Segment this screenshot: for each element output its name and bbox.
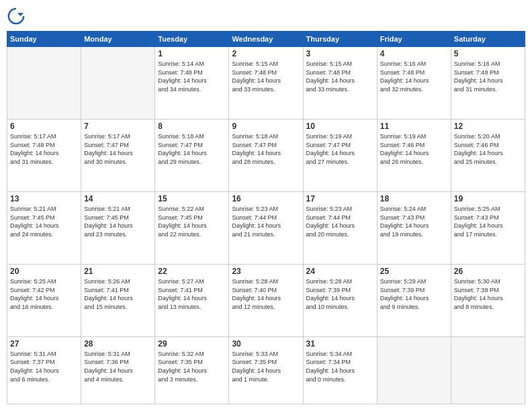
header (7, 7, 525, 26)
day-number: 8 (158, 122, 226, 131)
day-number: 15 (158, 194, 226, 203)
day-info: Sunrise: 5:23 AM Sunset: 7:44 PM Dayligh… (306, 205, 374, 238)
calendar-cell: 17Sunrise: 5:23 AM Sunset: 7:44 PM Dayli… (303, 191, 377, 264)
weekday-header-friday: Friday (377, 32, 451, 47)
calendar-cell: 19Sunrise: 5:25 AM Sunset: 7:43 PM Dayli… (451, 191, 525, 264)
calendar-cell: 2Sunrise: 5:15 AM Sunset: 7:48 PM Daylig… (229, 47, 303, 120)
day-number: 16 (232, 194, 300, 203)
day-info: Sunrise: 5:17 AM Sunset: 7:47 PM Dayligh… (84, 132, 152, 166)
day-number: 27 (10, 339, 78, 349)
day-info: Sunrise: 5:18 AM Sunset: 7:47 PM Dayligh… (232, 132, 300, 166)
day-info: Sunrise: 5:30 AM Sunset: 7:38 PM Dayligh… (454, 277, 522, 311)
day-number: 6 (10, 122, 78, 131)
calendar-cell: 20Sunrise: 5:25 AM Sunset: 7:42 PM Dayli… (7, 264, 81, 336)
day-info: Sunrise: 5:15 AM Sunset: 7:48 PM Dayligh… (306, 60, 374, 93)
calendar-week-5: 27Sunrise: 5:31 AM Sunset: 7:37 PM Dayli… (7, 336, 525, 404)
day-info: Sunrise: 5:18 AM Sunset: 7:47 PM Dayligh… (158, 132, 226, 166)
calendar-cell: 26Sunrise: 5:30 AM Sunset: 7:38 PM Dayli… (451, 264, 525, 336)
day-info: Sunrise: 5:20 AM Sunset: 7:46 PM Dayligh… (454, 132, 522, 166)
day-number: 13 (10, 194, 78, 203)
calendar-cell: 23Sunrise: 5:28 AM Sunset: 7:40 PM Dayli… (229, 264, 303, 336)
calendar-cell: 28Sunrise: 5:31 AM Sunset: 7:36 PM Dayli… (81, 336, 155, 404)
day-number: 11 (380, 122, 448, 131)
calendar-cell (451, 336, 525, 404)
day-info: Sunrise: 5:23 AM Sunset: 7:44 PM Dayligh… (232, 205, 300, 238)
day-info: Sunrise: 5:25 AM Sunset: 7:43 PM Dayligh… (454, 205, 522, 238)
day-number: 23 (232, 267, 300, 276)
day-number: 24 (306, 267, 374, 276)
day-info: Sunrise: 5:31 AM Sunset: 7:36 PM Dayligh… (84, 350, 152, 383)
calendar-cell: 22Sunrise: 5:27 AM Sunset: 7:41 PM Dayli… (155, 264, 229, 336)
logo (7, 7, 28, 26)
day-info: Sunrise: 5:24 AM Sunset: 7:43 PM Dayligh… (380, 205, 448, 238)
calendar-week-2: 6Sunrise: 5:17 AM Sunset: 7:48 PM Daylig… (7, 119, 525, 191)
calendar-cell: 8Sunrise: 5:18 AM Sunset: 7:47 PM Daylig… (155, 119, 229, 191)
day-number: 25 (380, 267, 448, 276)
day-number: 5 (454, 49, 522, 58)
calendar-cell: 6Sunrise: 5:17 AM Sunset: 7:48 PM Daylig… (7, 119, 81, 191)
day-number: 3 (306, 49, 374, 58)
calendar-cell: 24Sunrise: 5:28 AM Sunset: 7:39 PM Dayli… (303, 264, 377, 336)
weekday-header-monday: Monday (81, 32, 155, 47)
day-number: 26 (454, 267, 522, 276)
day-number: 17 (306, 194, 374, 203)
calendar-cell: 1Sunrise: 5:14 AM Sunset: 7:48 PM Daylig… (155, 47, 229, 120)
calendar-week-3: 13Sunrise: 5:21 AM Sunset: 7:45 PM Dayli… (7, 191, 525, 264)
day-info: Sunrise: 5:21 AM Sunset: 7:45 PM Dayligh… (84, 205, 152, 238)
weekday-header-saturday: Saturday (451, 32, 525, 47)
calendar-cell: 7Sunrise: 5:17 AM Sunset: 7:47 PM Daylig… (81, 119, 155, 191)
weekday-header-sunday: Sunday (7, 32, 81, 47)
day-info: Sunrise: 5:19 AM Sunset: 7:46 PM Dayligh… (380, 132, 448, 166)
calendar-cell: 4Sunrise: 5:16 AM Sunset: 7:48 PM Daylig… (377, 47, 451, 120)
day-number: 9 (232, 122, 300, 131)
day-number: 29 (158, 339, 226, 349)
calendar-week-4: 20Sunrise: 5:25 AM Sunset: 7:42 PM Dayli… (7, 264, 525, 336)
day-number: 7 (84, 122, 152, 131)
calendar-cell: 29Sunrise: 5:32 AM Sunset: 7:35 PM Dayli… (155, 336, 229, 404)
day-info: Sunrise: 5:33 AM Sunset: 7:35 PM Dayligh… (232, 350, 300, 383)
calendar-cell: 18Sunrise: 5:24 AM Sunset: 7:43 PM Dayli… (377, 191, 451, 264)
day-number: 28 (84, 339, 152, 349)
day-info: Sunrise: 5:27 AM Sunset: 7:41 PM Dayligh… (158, 277, 226, 311)
day-number: 10 (306, 122, 374, 131)
calendar-cell: 12Sunrise: 5:20 AM Sunset: 7:46 PM Dayli… (451, 119, 525, 191)
calendar-cell: 3Sunrise: 5:15 AM Sunset: 7:48 PM Daylig… (303, 47, 377, 120)
calendar-table: SundayMondayTuesdayWednesdayThursdayFrid… (7, 31, 525, 404)
day-number: 20 (10, 267, 78, 276)
calendar-cell: 14Sunrise: 5:21 AM Sunset: 7:45 PM Dayli… (81, 191, 155, 264)
weekday-header-row: SundayMondayTuesdayWednesdayThursdayFrid… (7, 32, 525, 47)
weekday-header-wednesday: Wednesday (229, 32, 303, 47)
calendar-cell (7, 47, 81, 120)
day-info: Sunrise: 5:21 AM Sunset: 7:45 PM Dayligh… (10, 205, 78, 238)
day-info: Sunrise: 5:34 AM Sunset: 7:34 PM Dayligh… (306, 350, 374, 383)
weekday-header-thursday: Thursday (303, 32, 377, 47)
day-info: Sunrise: 5:22 AM Sunset: 7:45 PM Dayligh… (158, 205, 226, 238)
day-number: 4 (380, 49, 448, 58)
calendar-cell: 30Sunrise: 5:33 AM Sunset: 7:35 PM Dayli… (229, 336, 303, 404)
calendar-cell: 27Sunrise: 5:31 AM Sunset: 7:37 PM Dayli… (7, 336, 81, 404)
day-number: 18 (380, 194, 448, 203)
day-number: 19 (454, 194, 522, 203)
day-number: 30 (232, 339, 300, 349)
day-info: Sunrise: 5:15 AM Sunset: 7:48 PM Dayligh… (232, 60, 300, 93)
calendar-cell: 5Sunrise: 5:16 AM Sunset: 7:48 PM Daylig… (451, 47, 525, 120)
day-number: 14 (84, 194, 152, 203)
day-info: Sunrise: 5:25 AM Sunset: 7:42 PM Dayligh… (10, 277, 78, 311)
day-number: 31 (306, 339, 374, 349)
day-info: Sunrise: 5:19 AM Sunset: 7:47 PM Dayligh… (306, 132, 374, 166)
calendar-cell: 25Sunrise: 5:29 AM Sunset: 7:39 PM Dayli… (377, 264, 451, 336)
day-info: Sunrise: 5:32 AM Sunset: 7:35 PM Dayligh… (158, 350, 226, 383)
day-info: Sunrise: 5:31 AM Sunset: 7:37 PM Dayligh… (10, 350, 78, 383)
calendar-cell: 10Sunrise: 5:19 AM Sunset: 7:47 PM Dayli… (303, 119, 377, 191)
day-info: Sunrise: 5:16 AM Sunset: 7:48 PM Dayligh… (454, 60, 522, 93)
calendar-cell: 21Sunrise: 5:26 AM Sunset: 7:41 PM Dayli… (81, 264, 155, 336)
logo-icon (7, 7, 26, 26)
day-number: 2 (232, 49, 300, 58)
day-number: 21 (84, 267, 152, 276)
svg-marker-0 (17, 13, 24, 16)
calendar-week-1: 1Sunrise: 5:14 AM Sunset: 7:48 PM Daylig… (7, 47, 525, 120)
calendar-cell: 11Sunrise: 5:19 AM Sunset: 7:46 PM Dayli… (377, 119, 451, 191)
day-info: Sunrise: 5:16 AM Sunset: 7:48 PM Dayligh… (380, 60, 448, 93)
calendar-cell: 13Sunrise: 5:21 AM Sunset: 7:45 PM Dayli… (7, 191, 81, 264)
day-number: 1 (158, 49, 226, 58)
